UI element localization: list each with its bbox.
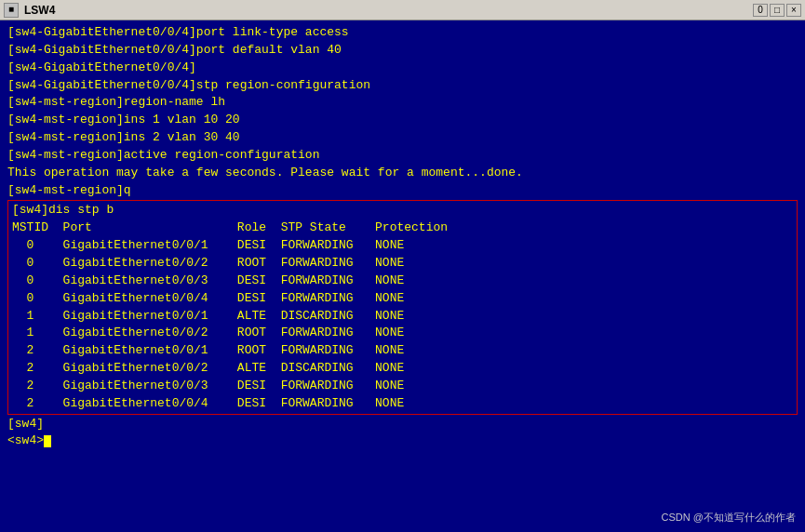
table-row: 1 GigabitEthernet0/0/1 ALTE DISCARDING N… [12, 308, 793, 326]
table-row: 0 GigabitEthernet0/0/3 DESI FORWARDING N… [12, 273, 793, 290]
minimize-button[interactable]: 0 [753, 4, 768, 17]
table-header: MSTID Port Role STP State Protection [12, 219, 793, 237]
watermark: CSDN @不知道写什么的作者 [662, 511, 796, 525]
maximize-button[interactable]: □ [770, 4, 785, 17]
title-bar: ■ LSW4 0 □ × [0, 0, 805, 20]
terminal-line: [sw4-GigabitEthernet0/0/4]port default v… [7, 42, 798, 60]
table-row: 2 GigabitEthernet0/0/4 DESI FORWARDING N… [12, 395, 793, 413]
terminal-line: [sw4-mst-region]ins 1 vlan 10 20 [7, 112, 798, 129]
footer-line: <sw4> [7, 432, 798, 450]
terminal-lines: [sw4-GigabitEthernet0/0/4]port link-type… [7, 24, 798, 199]
table-row: 0 GigabitEthernet0/0/1 DESI FORWARDING N… [12, 237, 793, 255]
table-command: [sw4]dis stp b [12, 202, 793, 219]
window-icon: ■ [4, 3, 19, 18]
table-row: 2 GigabitEthernet0/0/1 ROOT FORWARDING N… [12, 342, 793, 360]
table-row: 2 GigabitEthernet0/0/2 ALTE DISCARDING N… [12, 360, 793, 378]
table-row: 0 GigabitEthernet0/0/4 DESI FORWARDING N… [12, 290, 793, 308]
terminal: [sw4-GigabitEthernet0/0/4]port link-type… [0, 20, 805, 532]
footer-lines: [sw4]<sw4> [7, 416, 798, 451]
stp-table-section: [sw4]dis stp bMSTID Port Role STP State … [7, 200, 798, 414]
window-title: LSW4 [24, 4, 55, 17]
close-button[interactable]: × [786, 4, 801, 17]
table-row: 1 GigabitEthernet0/0/2 ROOT FORWARDING N… [12, 325, 793, 342]
terminal-line: [sw4-GigabitEthernet0/0/4] [7, 60, 798, 77]
terminal-line: [sw4-mst-region]ins 2 vlan 30 40 [7, 129, 798, 147]
terminal-line: This operation may take a few seconds. P… [7, 165, 798, 182]
terminal-line: [sw4-GigabitEthernet0/0/4]stp region-con… [7, 77, 798, 95]
terminal-line: [sw4-mst-region]region-name lh [7, 94, 798, 112]
cursor [44, 435, 51, 447]
terminal-line: [sw4-GigabitEthernet0/0/4]port link-type… [7, 24, 798, 42]
terminal-line: [sw4-mst-region]q [7, 182, 798, 200]
footer-line: [sw4] [7, 416, 798, 433]
table-row: 2 GigabitEthernet0/0/3 DESI FORWARDING N… [12, 378, 793, 395]
terminal-line: [sw4-mst-region]active region-configurat… [7, 147, 798, 165]
table-row: 0 GigabitEthernet0/0/2 ROOT FORWARDING N… [12, 255, 793, 273]
